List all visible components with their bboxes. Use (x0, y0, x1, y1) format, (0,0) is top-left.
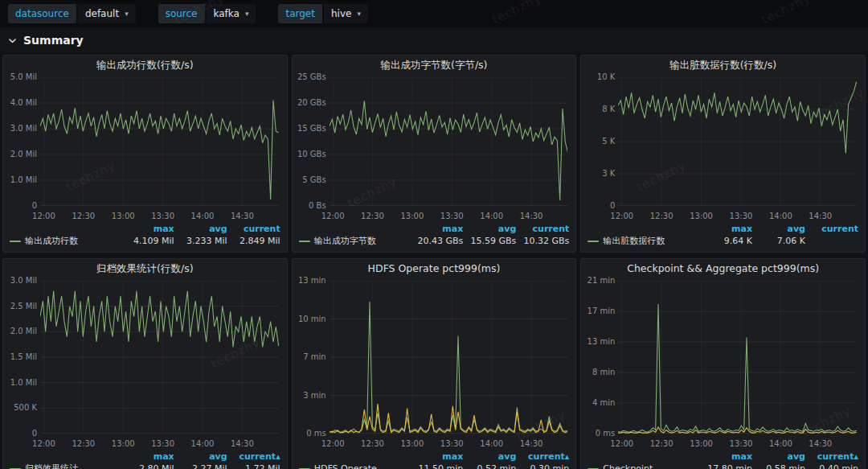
legend-value-max: 11.50 min (410, 463, 463, 469)
legend: maxavgcurrent▴ HDFS Operate11.50 min0.52… (293, 450, 576, 469)
legend-series-row: HDFS Operate11.50 min0.52 min0.30 min (299, 463, 570, 469)
variable-label-source: source (158, 4, 205, 23)
legend-series-row: 输出成功行数4.109 Mil3.233 Mil2.849 Mil (10, 235, 280, 247)
legend-series-row: 输出脏数据行数9.64 K7.06 K (588, 235, 858, 247)
series-color-icon (299, 241, 310, 242)
legend-header-avg[interactable]: avg (752, 451, 805, 462)
legend-header-avg[interactable]: avg (752, 224, 805, 234)
plot-area (330, 281, 568, 434)
y-tick-label: 1.0 Mil (6, 175, 37, 185)
series-name[interactable]: 输出成功行数 (25, 235, 78, 247)
variable-value-datasource[interactable]: default ▾ (78, 4, 136, 23)
variable-target: target hive ▾ (278, 4, 367, 23)
legend-header-current[interactable]: current▴ (227, 451, 280, 462)
plot-area (618, 77, 857, 206)
variable-value-text: kafka (214, 8, 240, 19)
x-tick-label: 13:00 (400, 439, 424, 448)
legend-header: maxavgcurrent▴ (588, 450, 858, 463)
legend-header: maxavgcurrent▴ (299, 450, 570, 463)
x-tick-label: 14:00 (191, 212, 215, 220)
panel-title[interactable]: 输出成功行数(行数/s) (3, 56, 287, 74)
dashboard-grid: 输出成功行数(行数/s) 01.0 Mil2.0 Mil3.0 Mil4.0 M… (0, 53, 868, 469)
legend-header-current[interactable]: current▴ (516, 451, 569, 462)
chart: 0 Bs5 GBs10 GBs15 GBs20 GBs25 GBs12:0012… (296, 74, 573, 222)
legend-series-row: 输出成功字节数20.43 GBs15.59 GBs10.32 GBs (299, 235, 570, 247)
panel-output-success-bytes: 输出成功字节数(字节/s) 0 Bs5 GBs10 GBs15 GBs20 GB… (292, 55, 577, 253)
chevron-down-icon: ▾ (125, 10, 129, 18)
variable-value-text: default (85, 8, 119, 19)
series-name[interactable]: 归档效果统计 (25, 463, 78, 469)
y-tick-label: 1.0 Mil (6, 378, 37, 388)
legend-header-current[interactable]: current (516, 224, 569, 234)
x-tick-label: 14:30 (520, 212, 543, 220)
chart: 0 ms3 min7 min10 min13 min12:0012:3013:0… (296, 278, 573, 450)
legend-header-current[interactable]: current (805, 224, 858, 234)
x-tick-label: 14:00 (480, 439, 503, 448)
x-tick-label: 12:30 (361, 212, 384, 220)
legend: maxavgcurrent▴ 归档效果统计2.80 Mil2.27 Mil1.7… (3, 450, 287, 469)
x-tick-label: 14:30 (809, 439, 832, 448)
legend-header-avg[interactable]: avg (174, 451, 227, 462)
panel-title[interactable]: 输出脏数据行数(行数/s) (581, 56, 865, 74)
panel-archive-stats: 归档效果统计(行数/s) 0500 K1.0 Mil1.5 Mil2.0 Mil… (2, 258, 288, 469)
series-name[interactable]: 输出脏数据行数 (603, 235, 665, 247)
legend-value-max: 4.109 Mil (121, 236, 174, 246)
series-color-icon (588, 241, 599, 242)
variable-value-target[interactable]: hive ▾ (324, 4, 368, 23)
legend-header-max[interactable]: max (410, 224, 463, 234)
legend-header-current[interactable]: current (227, 224, 280, 234)
y-tick-label: 1.5 Mil (6, 352, 37, 362)
legend-value-avg: 15.59 GBs (463, 236, 516, 246)
x-tick-label: 12:00 (321, 212, 345, 220)
legend-series-row: 归档效果统计2.80 Mil2.27 Mil1.72 Mil (10, 463, 280, 469)
x-tick-label: 12:00 (321, 439, 345, 448)
x-tick-label: 12:30 (650, 212, 674, 220)
variable-value-source[interactable]: kafka ▾ (207, 4, 256, 23)
legend-header-avg[interactable]: avg (463, 451, 516, 462)
legend-header-max[interactable]: max (121, 451, 174, 462)
summary-row-toggle[interactable]: Summary (0, 27, 868, 53)
legend-header-avg[interactable]: avg (174, 224, 227, 234)
y-tick-label: 3.0 Mil (6, 124, 37, 134)
x-tick-label: 13:00 (112, 212, 135, 220)
x-tick-label: 14:30 (520, 439, 543, 448)
legend-header-max[interactable]: max (699, 451, 752, 462)
series-name[interactable]: 输出成功字节数 (314, 235, 376, 247)
y-tick-label: 3.0 Mil (6, 276, 37, 286)
legend-header: maxavgcurrent (588, 223, 858, 235)
panel-title[interactable]: Checkpoint && Aggregate pct999(ms) (581, 259, 865, 278)
y-tick-label: 10 GBs (296, 150, 326, 159)
series-name[interactable]: HDFS Operate (314, 463, 377, 469)
plot-area (40, 281, 279, 434)
y-tick-label: 0 Bs (296, 201, 326, 211)
legend-value-avg: 0.52 min (463, 463, 516, 469)
panel-output-dirty-rows: 输出脏数据行数(行数/s) 03 K5 K8 K10 K12:0012:3013… (580, 55, 866, 253)
y-tick-label: 5 K (584, 137, 615, 146)
y-tick-label: 2.0 Mil (6, 327, 37, 336)
x-tick-label: 12:30 (72, 212, 95, 220)
plot-area (618, 281, 857, 434)
legend-header-max[interactable]: max (699, 224, 752, 234)
panel-output-success-rows: 输出成功行数(行数/s) 01.0 Mil2.0 Mil3.0 Mil4.0 M… (2, 55, 288, 253)
panel-title[interactable]: 归档效果统计(行数/s) (3, 259, 287, 278)
chart-svg (330, 281, 568, 434)
legend-header-current[interactable]: current▴ (805, 451, 858, 462)
legend-header-avg[interactable]: avg (463, 224, 516, 234)
y-tick-label: 0 ms (584, 429, 615, 438)
legend-value-current: 0.30 min (516, 463, 569, 469)
chart-svg (40, 281, 279, 434)
series-name[interactable]: Checkpoint (603, 463, 653, 469)
legend-header-max[interactable]: max (121, 224, 174, 234)
chart: 03 K5 K8 K10 K12:0012:3013:0013:3014:001… (584, 74, 862, 222)
x-tick-label: 13:30 (730, 212, 753, 220)
legend-value-avg: 2.27 Mil (174, 463, 227, 469)
panel-title[interactable]: HDFS Operate pct999(ms) (293, 259, 576, 278)
x-tick-label: 13:00 (400, 212, 424, 220)
variable-source: source kafka ▾ (158, 4, 256, 23)
legend-header-max[interactable]: max (410, 451, 463, 462)
panel-checkpoint-aggregate: Checkpoint && Aggregate pct999(ms) 0 ms4… (580, 258, 866, 469)
y-tick-label: 5 GBs (296, 175, 326, 185)
x-tick-label: 13:00 (690, 212, 713, 220)
panel-title[interactable]: 输出成功字节数(字节/s) (293, 56, 576, 74)
y-tick-label: 0 ms (296, 429, 326, 438)
